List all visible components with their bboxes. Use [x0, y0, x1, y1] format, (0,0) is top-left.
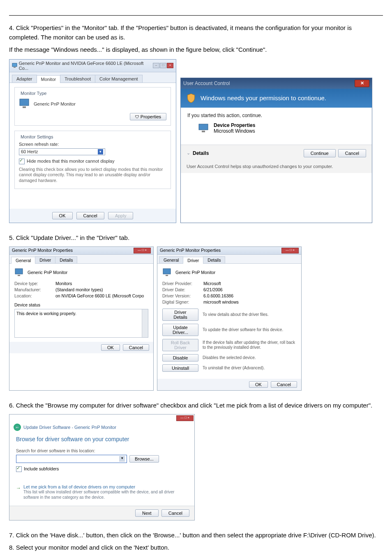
driver-action-button[interactable]: Driver Details — [162, 309, 198, 321]
next-button[interactable]: Next — [135, 509, 159, 517]
shield-icon — [186, 93, 196, 104]
step-8: 8. Select your monitor model and click o… — [9, 543, 383, 552]
monitor-type-label: Monitor Type — [19, 91, 48, 96]
minimize-icon[interactable]: – — [153, 63, 159, 68]
close-icon[interactable]: ✕ — [355, 80, 369, 87]
monitor-icon — [162, 268, 172, 277]
back-icon[interactable]: ← — [14, 424, 21, 431]
details-link[interactable]: Details — [193, 150, 209, 156]
close-icon[interactable]: — □ × — [134, 248, 151, 253]
chevron-down-icon: ▾ — [119, 456, 125, 462]
info-line: Device type:Monitors — [14, 281, 148, 286]
location-combo[interactable]: ▾ — [16, 455, 127, 463]
dialog-titlebar: Generic PnP Monitor and NVIDIA GeForce 6… — [9, 60, 176, 72]
uac-device-sub: Microsoft Windows — [214, 128, 255, 134]
svg-rect-6 — [15, 269, 23, 274]
maximize-icon[interactable]: □ — [160, 63, 166, 68]
info-line: Driver Provider:Microsoft — [162, 281, 296, 286]
uac-started-text: If you started this action, continue. — [187, 113, 365, 118]
uac-titlebar: User Account Control ✕ — [181, 78, 372, 89]
cancel-button[interactable]: Cancel — [338, 149, 366, 157]
close-icon[interactable]: — □ × — [281, 248, 299, 253]
tab-color-management[interactable]: Color Management — [95, 75, 143, 83]
continue-button[interactable]: Continue — [304, 149, 336, 157]
step-7: 7. Click on the 'Have disk...' button, t… — [9, 530, 383, 540]
driver-action-desc: To update the driver software for this d… — [203, 327, 296, 332]
device-status-label: Device status — [14, 302, 148, 307]
hide-modes-label: Hide modes that this monitor cannot disp… — [27, 159, 114, 164]
tab-general[interactable]: General — [11, 257, 35, 264]
arrow-right-icon: → — [16, 485, 21, 491]
device-name: Generic PnP Monitor — [28, 270, 67, 275]
driver-action-row: UninstallTo uninstall the driver (Advanc… — [162, 364, 296, 372]
tab-driver[interactable]: Driver — [183, 257, 203, 264]
cancel-button[interactable]: Cancel — [161, 509, 189, 517]
driver-action-row: Driver DetailsTo view details about the … — [162, 309, 296, 321]
step-6: 6. Check the "Browse my computer for dri… — [9, 401, 383, 410]
cancel-button[interactable]: Cancel — [123, 344, 149, 351]
cancel-button[interactable]: Cancel — [76, 212, 104, 219]
pick-subtitle: This list will show installed driver sof… — [23, 489, 188, 500]
monitor-icon — [19, 98, 30, 110]
chevron-down-icon[interactable]: ⌄ — [187, 150, 190, 156]
search-location-label: Search for driver software in this locat… — [16, 448, 188, 453]
tab-details[interactable]: Details — [55, 256, 77, 263]
svg-rect-9 — [166, 275, 168, 276]
let-me-pick-option[interactable]: → Let me pick from a list of device driv… — [16, 484, 188, 500]
close-icon[interactable]: × — [167, 63, 173, 68]
browse-button[interactable]: Browse... — [129, 455, 159, 463]
monitor-props-general-dialog: Generic PnP Monitor Properties— □ × Gene… — [9, 246, 154, 391]
svg-rect-5 — [202, 131, 205, 132]
breadcrumb: Update Driver Software - Generic PnP Mon… — [23, 425, 116, 430]
tab-details[interactable]: Details — [203, 256, 225, 263]
tab-general[interactable]: General — [159, 256, 183, 263]
uac-footnote: User Account Control helps stop unauthor… — [181, 161, 372, 173]
tab-monitor[interactable]: Monitor — [37, 75, 61, 83]
ok-button[interactable]: OK — [101, 344, 120, 351]
step-4-b: If the message "Windows needs..." is dis… — [9, 45, 383, 54]
wizard-heading: Browse for driver software on your compu… — [16, 436, 188, 442]
svg-rect-7 — [18, 275, 20, 276]
driver-action-desc: If the device fails after updating the d… — [203, 340, 296, 350]
uac-banner: Windows needs your permission to contion… — [181, 89, 372, 108]
monitor-name: Generic PnP Monitor — [34, 101, 76, 106]
info-line: Manufacturer:(Standard monitor types) — [14, 287, 148, 292]
scrollbar[interactable] — [142, 309, 148, 337]
refresh-rate-label: Screen refresh rate: — [19, 142, 166, 147]
dialog-title: Generic PnP Monitor and NVIDIA GeForce 6… — [19, 61, 151, 71]
svg-rect-4 — [199, 124, 208, 130]
dialog-title: Generic PnP Monitor Properties — [160, 248, 221, 253]
svg-rect-2 — [20, 99, 29, 106]
monitor-icon — [198, 123, 210, 133]
monitor-icon — [14, 268, 24, 277]
driver-action-row: Update Driver...To update the driver sof… — [162, 324, 296, 336]
tab-adapter[interactable]: Adapter — [12, 75, 37, 83]
cancel-button[interactable]: Cancel — [271, 381, 297, 388]
uac-dialog: User Account Control ✕ Windows needs you… — [180, 78, 372, 223]
driver-action-row: DisableDisables the selected device. — [162, 354, 296, 362]
refresh-rate-combo[interactable]: 60 Hertz ▾ — [19, 148, 105, 155]
driver-action-button[interactable]: Disable — [162, 354, 198, 362]
driver-action-button[interactable]: Uninstall — [162, 364, 198, 372]
step-4-a: 4. Click "Properties" in the "Monitor" t… — [9, 23, 383, 42]
ok-button[interactable]: OK — [249, 381, 268, 388]
driver-action-button: Roll Back Driver — [162, 339, 198, 351]
monitor-properties-dialog: Generic PnP Monitor and NVIDIA GeForce 6… — [9, 59, 176, 223]
hide-modes-checkbox[interactable] — [19, 159, 25, 164]
tab-strip: Adapter Monitor Troubleshoot Color Manag… — [9, 72, 176, 83]
refresh-rate-value: 60 Hertz — [21, 149, 38, 154]
monitor-props-driver-dialog: Generic PnP Monitor Properties— □ × Gene… — [157, 246, 302, 391]
svg-rect-3 — [23, 106, 26, 108]
close-icon[interactable]: — □ × — [176, 415, 194, 421]
driver-action-button[interactable]: Update Driver... — [162, 324, 198, 336]
include-subfolders-checkbox[interactable] — [16, 466, 22, 472]
ok-button[interactable]: OK — [52, 212, 73, 219]
uac-device-title: Device Properties — [214, 122, 255, 128]
info-line: Location:on NVIDIA GeForce 6600 LE (Micr… — [14, 293, 148, 298]
uac-banner-text: Windows needs your permission to contion… — [201, 94, 326, 101]
tab-troubleshoot[interactable]: Troubleshoot — [60, 75, 95, 83]
svg-rect-1 — [14, 67, 16, 68]
tab-driver[interactable]: Driver — [35, 256, 55, 263]
properties-button[interactable]: Properties — [130, 113, 166, 120]
app-icon — [12, 63, 17, 68]
